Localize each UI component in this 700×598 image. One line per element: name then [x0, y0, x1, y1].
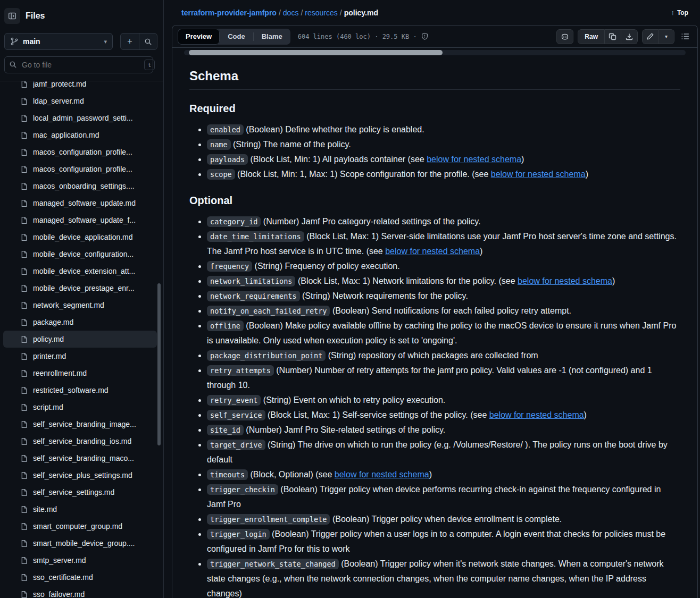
file-tree-item[interactable]: sso_certificate.md [3, 569, 157, 586]
file-tree-item[interactable]: network_segment.md [3, 297, 157, 314]
file-tree-item[interactable]: self_service_branding_ios.md [3, 433, 157, 450]
breadcrumb-current-file: policy.md [344, 9, 378, 17]
horizontal-scrollbar-track[interactable] [184, 50, 686, 55]
attribute-description: (String) The drive on which to run the p… [207, 440, 668, 464]
description-text: (Block List, Max: 1) Self-service settin… [265, 410, 489, 419]
description-text: (Block List, Max: 1) Network limitations… [295, 276, 518, 285]
file-name: managed_software_update_f... [33, 216, 136, 224]
nested-schema-link[interactable]: below for nested schema [385, 247, 480, 256]
file-tree-item[interactable]: local_admin_password_setti... [3, 110, 157, 127]
copilot-button[interactable] [556, 29, 573, 44]
file-icon [20, 250, 28, 258]
description-text: (String) Network requirements for the po… [300, 291, 468, 300]
file-icon [20, 335, 28, 343]
copy-file-button[interactable] [605, 29, 621, 44]
file-name: self_service_branding_maco... [33, 454, 134, 462]
file-tree-item[interactable]: printer.md [3, 348, 157, 365]
horizontal-scrollbar-thumb[interactable] [189, 50, 442, 55]
tab-blame[interactable]: Blame [254, 29, 290, 45]
shield-icon [421, 32, 429, 40]
sidebar-header: Files main ▾ + [0, 0, 163, 81]
download-button[interactable] [621, 29, 638, 44]
file-tree-item[interactable]: site.md [3, 501, 157, 518]
file-tree-item[interactable]: mobile_device_application.md [3, 229, 157, 246]
attribute-description: (Block List, Min: 1) All payloads contai… [248, 155, 524, 164]
attribute-description: (String) repository of which packages ar… [326, 351, 538, 360]
file-tree-item[interactable]: reenrollment.md [3, 365, 157, 382]
description-text: (Block, Optional) (see [248, 470, 335, 479]
tab-preview[interactable]: Preview [178, 29, 220, 45]
file-tree-item[interactable]: restricted_software.md [3, 382, 157, 399]
file-tree-item[interactable]: self_service_branding_maco... [3, 450, 157, 467]
file-icon [20, 182, 28, 190]
go-to-file-input[interactable] [4, 56, 153, 73]
file-tree-item[interactable]: self_service_branding_image... [3, 416, 157, 433]
nested-schema-link[interactable]: below for nested schema [518, 276, 612, 285]
file-tree-item[interactable]: policy.md [3, 331, 157, 348]
back-to-top-button[interactable]: ↑ Top [671, 9, 688, 16]
attribute-code: package_distribution_point [207, 350, 326, 361]
attribute-code: notify_on_each_failed_retry [207, 306, 330, 316]
edit-actions-group: ▾ [642, 29, 674, 44]
file-name: sso_failover.md [33, 590, 85, 598]
tab-code[interactable]: Code [220, 29, 253, 45]
add-file-button[interactable]: + [121, 33, 139, 49]
file-tree-item[interactable]: mobile_device_configuration... [3, 246, 157, 263]
branch-selector[interactable]: main ▾ [4, 33, 113, 50]
nested-schema-link[interactable]: below for nested schema [335, 470, 429, 479]
file-tree-item[interactable]: sso_failover.md [3, 586, 157, 598]
file-tree-item[interactable]: macos_configuration_profile... [3, 161, 157, 178]
breadcrumb-bar: terraform-provider-jamfpro/docs/resource… [164, 0, 700, 25]
file-icon [20, 506, 28, 513]
nested-schema-link[interactable]: below for nested schema [491, 170, 586, 179]
file-tree-item[interactable]: managed_software_update.md [3, 195, 157, 212]
file-tree-item[interactable]: jamf_protect.md [3, 81, 157, 92]
nested-schema-link[interactable]: below for nested schema [427, 155, 521, 164]
file-toolbar: Preview Code Blame 604 lines (460 loc) ·… [172, 26, 697, 48]
outline-button[interactable] [679, 31, 692, 42]
file-tree-item[interactable]: mobile_device_prestage_enr... [3, 280, 157, 297]
breadcrumb-repo-link[interactable]: terraform-provider-jamfpro [181, 9, 277, 17]
file-name: local_admin_password_setti... [33, 114, 133, 122]
collapse-sidebar-button[interactable] [4, 8, 20, 24]
file-tree-item[interactable]: ldap_server.md [3, 92, 157, 110]
description-text: (Number) Number of retry attempts for th… [207, 366, 652, 390]
file-tree-item[interactable]: smart_mobile_device_group.... [3, 535, 157, 552]
chevron-down-icon: ▾ [104, 38, 107, 45]
edit-dropdown-button[interactable]: ▾ [659, 29, 674, 44]
file-tree-item[interactable]: mac_application.md [3, 127, 157, 144]
file-tree-item[interactable]: script.md [3, 399, 157, 416]
file-icon [20, 114, 28, 122]
attribute-description: (Boolean) Define whether the policy is e… [244, 125, 424, 134]
file-icon [20, 454, 28, 462]
sidebar-scrollbar[interactable] [157, 283, 161, 445]
file-icon [20, 369, 28, 377]
attribute-description: (String) The name of the policy. [231, 140, 351, 149]
edit-file-button[interactable] [642, 29, 659, 44]
file-tree-item[interactable]: self_service_plus_settings.md [3, 467, 157, 484]
attribute-description: (Block List, Max: 1) Network limitations… [295, 276, 615, 285]
file-tree-item[interactable]: smtp_server.md [3, 552, 157, 569]
file-tree-item[interactable]: package.md [3, 314, 157, 331]
breadcrumb-docs-link[interactable]: docs [283, 9, 299, 17]
file-tree-item[interactable]: smart_computer_group.md [3, 518, 157, 535]
schema-attribute-item: enabled (Boolean) Define whether the pol… [207, 122, 680, 137]
breadcrumb-resources-link[interactable]: resources [305, 9, 337, 17]
file-tree-item[interactable]: macos_onboarding_settings.... [3, 178, 157, 195]
file-tree-item[interactable]: macos_configuration_profile... [3, 144, 157, 161]
nested-schema-link[interactable]: below for nested schema [489, 410, 584, 419]
file-name: mobile_device_prestage_enr... [33, 284, 135, 292]
file-tree-item[interactable]: mobile_device_extension_att... [3, 263, 157, 280]
file-tree-item[interactable]: self_service_settings.md [3, 484, 157, 501]
file-name: mac_application.md [33, 131, 99, 139]
file-icon [20, 574, 28, 582]
file-name: macos_configuration_profile... [33, 148, 132, 156]
file-tree-item[interactable]: managed_software_update_f... [3, 212, 157, 229]
search-tree-button[interactable] [139, 33, 157, 49]
file-tree-sidebar: Files main ▾ + [0, 0, 164, 598]
raw-button[interactable]: Raw [578, 29, 605, 44]
description-text: (String) Frequency of policy execution. [252, 262, 399, 271]
file-name: network_segment.md [33, 301, 104, 309]
attribute-code: enabled [207, 124, 244, 135]
chevron-down-icon: ▾ [665, 33, 668, 39]
